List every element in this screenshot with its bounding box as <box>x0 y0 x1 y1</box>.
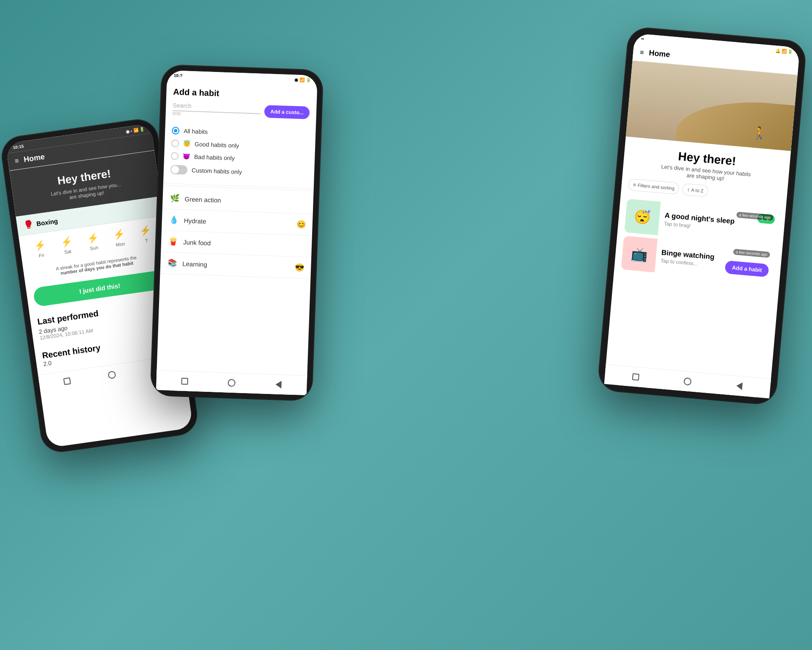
filter-section: All habits 😇 Good habits only 😈 Bad habi… <box>163 119 316 187</box>
streak-day-sun: ⚡ Sun <box>86 232 100 251</box>
hydrate-label: Hydrate <box>184 217 291 228</box>
nav-home-middle[interactable] <box>227 378 236 388</box>
good-emoji: 😇 <box>183 140 191 147</box>
sleep-emoji: 😴 <box>634 208 652 226</box>
label-sat: Sat <box>64 249 71 255</box>
nav-square-left[interactable] <box>62 376 72 387</box>
time-middle: 10:? <box>174 73 183 78</box>
phone-right: •• 🔔 📶 🔋 ≡ Home 🚶 Hey there! Let's dive … <box>598 27 806 405</box>
label-fri: Fri <box>38 253 44 259</box>
boxing-label: Boxing <box>36 217 58 227</box>
radio-good[interactable] <box>171 139 179 147</box>
filter-chip-az[interactable]: ↕ A to Z <box>682 183 709 197</box>
filter-all-label: All habits <box>184 127 208 135</box>
bolt-tue: ⚡ <box>139 225 151 237</box>
learning-right-emoji: 😎 <box>295 263 304 273</box>
app-title-left: Home <box>23 152 45 164</box>
filter-bad-label: Bad habits only <box>194 153 235 161</box>
hero-image-right: 🚶 <box>626 61 798 151</box>
streak-day-tue: ⚡ T <box>139 225 153 244</box>
search-wrap: Search 0/30 <box>173 100 261 119</box>
nav-home-left[interactable] <box>107 370 117 380</box>
status-icons-right: 🔔 📶 🔋 <box>775 48 793 55</box>
junk-food-icon: 🍟 <box>168 237 178 246</box>
streak-day-fri: ⚡ Fri <box>34 240 48 259</box>
bolt-fri: ⚡ <box>34 240 47 252</box>
bad-emoji: 😈 <box>183 153 190 160</box>
green-action-label: Green action <box>184 195 306 207</box>
green-action-icon: 🌿 <box>169 193 180 203</box>
nav-bar-right <box>604 364 771 399</box>
add-custom-button[interactable]: Add a custo... <box>264 105 310 119</box>
sleep-thumb: 😴 <box>624 198 661 235</box>
time-right: •• <box>641 36 644 41</box>
time-left: 10:15 <box>13 144 24 150</box>
phone-middle: 10:? ◉ 📶 🔋 Add a habit Search 0/30 Add a… <box>151 65 323 401</box>
status-icons-middle: ◉ 📶 🔋 <box>294 77 311 83</box>
binge-thumb: 📺 <box>621 236 658 273</box>
filter-custom-label: Custom habits only <box>192 167 242 175</box>
radio-bad[interactable] <box>171 152 179 160</box>
filter-good-label: Good habits only <box>195 140 239 149</box>
bolt-sun: ⚡ <box>86 232 99 245</box>
nav-bar-middle <box>156 370 307 395</box>
sleep-content: A good night's sleep Tap to brag! <box>658 206 778 241</box>
label-mon: Mon <box>115 241 125 248</box>
filter-az-label: A to Z <box>691 187 704 193</box>
learning-icon: 📚 <box>167 258 178 268</box>
label-sun: Sun <box>90 245 99 251</box>
search-placeholder: Search <box>173 102 261 112</box>
nav-square-middle[interactable] <box>180 377 190 386</box>
streak-day-sat: ⚡ Sat <box>60 236 74 255</box>
nav-back-right[interactable] <box>734 381 744 391</box>
az-icon: ↕ <box>687 187 690 193</box>
binge-emoji: 📺 <box>630 245 648 263</box>
nav-square-right[interactable] <box>631 372 641 382</box>
app-title-right: Home <box>648 49 670 59</box>
junk-food-label: Junk food <box>183 238 305 250</box>
status-icons-left: ◉ ▪ 📶 🔋 <box>125 127 145 134</box>
custom-toggle[interactable] <box>170 165 188 174</box>
hydrate-right-emoji: 😊 <box>296 220 306 229</box>
menu-icon-left[interactable]: ≡ <box>14 157 19 165</box>
sort-icon: ≡ <box>633 182 636 188</box>
learning-label: Learning <box>182 260 290 271</box>
filter-sort-label: Filters and sorting <box>637 182 675 191</box>
bolt-sat: ⚡ <box>60 236 73 248</box>
hero-silhouette: 🚶 <box>752 125 768 140</box>
menu-icon-right[interactable]: ≡ <box>639 48 644 56</box>
nav-back-middle[interactable] <box>274 380 283 389</box>
streak-day-mon: ⚡ Mon <box>112 229 126 248</box>
hydrate-icon: 💧 <box>169 215 179 225</box>
boxing-icon: 🥊 <box>23 220 34 230</box>
bolt-mon: ⚡ <box>112 229 125 241</box>
nav-home-right[interactable] <box>683 377 693 387</box>
label-tue: T <box>145 238 148 243</box>
radio-all[interactable] <box>172 127 180 135</box>
